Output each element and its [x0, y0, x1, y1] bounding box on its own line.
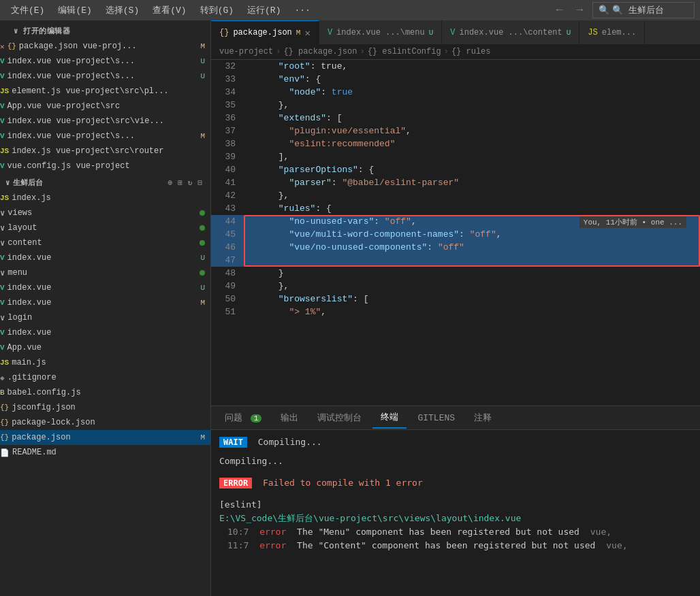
- tree-item-name: .gitignore: [7, 373, 57, 382]
- tree-item-jsconfig[interactable]: {} jsconfig.json: [0, 400, 210, 415]
- tree-item-name: content: [7, 238, 42, 248]
- tree-item-layout-indexvue[interactable]: V index.vue M: [0, 295, 210, 310]
- open-file-8[interactable]: V vue.config.js vue-project: [0, 159, 210, 173]
- open-file-5[interactable]: V index.vue vue-project\src\vie...: [0, 114, 210, 129]
- line-content: "root": true,: [244, 60, 700, 73]
- code-line-48[interactable]: 48 }: [211, 267, 700, 280]
- tab-terminal[interactable]: 终端: [372, 407, 407, 429]
- tree-item-package-lock[interactable]: {} package-lock.json: [0, 415, 210, 430]
- menu-view[interactable]: 查看(V): [147, 3, 191, 18]
- refresh-icon[interactable]: ↻: [188, 178, 193, 187]
- code-line-32[interactable]: 32 "root": true,: [211, 60, 700, 73]
- open-editors-label: ∨ 打开的编辑器: [14, 26, 70, 36]
- line-number: 38: [211, 137, 244, 150]
- tree-item-readme[interactable]: 📄 README.md: [0, 445, 210, 460]
- tree-item-login-indexvue[interactable]: V index.vue: [0, 325, 210, 340]
- code-line-36[interactable]: 36 "extends": [: [211, 112, 700, 125]
- open-file-1[interactable]: V index.vue vue-project\s... U: [0, 54, 210, 69]
- open-file-name: package.json vue-proj...: [19, 42, 137, 51]
- tab-index-content[interactable]: V index.vue ...\content U: [442, 20, 579, 44]
- tree-item-login[interactable]: ∨ login: [0, 310, 210, 325]
- menu-run[interactable]: 运行(R): [242, 3, 286, 18]
- code-line-47[interactable]: 47: [211, 254, 700, 267]
- code-line-46[interactable]: 46 "vue/no-unused-components": "off": [211, 241, 700, 254]
- open-file-6[interactable]: V index.vue vue-project\s... M: [0, 129, 210, 144]
- tab-elem[interactable]: JS elem...: [579, 20, 645, 44]
- code-line-34[interactable]: 34 "node": true: [211, 86, 700, 99]
- tree-item-views[interactable]: ∨ views: [0, 205, 210, 220]
- open-file-4[interactable]: V App.vue vue-project\src: [0, 99, 210, 114]
- file-badge-u: U: [200, 254, 205, 262]
- tab-package-json[interactable]: {} package.json M ✕: [211, 20, 319, 44]
- tree-item-name: babel.config.js: [7, 388, 81, 397]
- code-line-43[interactable]: 43 "rules": {: [211, 202, 700, 215]
- tree-item-name: index.vue: [7, 328, 52, 337]
- code-line-51[interactable]: 51 "> 1%",: [211, 305, 700, 318]
- menu-edit[interactable]: 编辑(E): [52, 3, 97, 18]
- tree-item-babelconfig[interactable]: B babel.config.js: [0, 385, 210, 400]
- open-file-2[interactable]: V index.vue vue-project\s... U: [0, 69, 210, 84]
- nav-back[interactable]: ←: [552, 4, 567, 16]
- code-line-50[interactable]: 50 "browserslist": [: [211, 293, 700, 305]
- open-file-0[interactable]: ✕ {} package.json vue-proj... M: [0, 39, 210, 54]
- tree-item-gitignore[interactable]: ◆ .gitignore: [0, 370, 210, 385]
- tree-item-name: menu: [7, 268, 27, 278]
- tree-item-content[interactable]: ∨ content: [0, 235, 210, 250]
- tree-item-indexjs[interactable]: JS index.js: [0, 191, 210, 205]
- menu-file[interactable]: 文件(E): [5, 3, 50, 18]
- tab-debug-console[interactable]: 调试控制台: [309, 408, 370, 428]
- open-file-name: index.vue vue-project\s...: [7, 131, 135, 141]
- file-badge-m: M: [200, 299, 205, 307]
- search-box[interactable]: 🔍 🔍 生鲜后台: [592, 2, 695, 18]
- tab-comments[interactable]: 注释: [466, 408, 500, 428]
- code-line-39[interactable]: 39 ],: [211, 150, 700, 163]
- terminal-content[interactable]: WAIT Compiling... Compiling... ERROR Fai…: [211, 430, 700, 596]
- code-line-37[interactable]: 37 "plugin:vue/essential",: [211, 125, 700, 137]
- tree-item-layout[interactable]: ∨ layout: [0, 220, 210, 235]
- code-container: 32 "root": true, 33 "env": { 34 "node": …: [211, 60, 700, 318]
- js-icon: JS: [0, 359, 9, 367]
- tree-item-content-indexvue[interactable]: V index.vue U: [0, 250, 210, 265]
- new-file-icon[interactable]: ⊕: [168, 178, 173, 187]
- file-link[interactable]: E:\VS_code\生鲜后台\vue-project\src\views\la…: [219, 513, 521, 523]
- tree-item-package-json[interactable]: {} package.json M: [0, 430, 210, 445]
- tree-item-appvue[interactable]: V App.vue: [0, 340, 210, 355]
- tree-item-mainjs[interactable]: JS main.js: [0, 355, 210, 370]
- vue-icon: V: [0, 57, 5, 65]
- code-line-42[interactable]: 42 },: [211, 189, 700, 202]
- code-line-33[interactable]: 33 "env": {: [211, 73, 700, 86]
- code-line-38[interactable]: 38 "eslint:recommended": [211, 137, 700, 150]
- terminal-file-link-line[interactable]: E:\VS_code\生鲜后台\vue-project\src\views\la…: [219, 512, 692, 525]
- breadcrumb-part-2[interactable]: {} package.json: [283, 47, 357, 56]
- code-line-41[interactable]: 41 "parser": "@babel/eslint-parser": [211, 176, 700, 189]
- breadcrumb-part-4[interactable]: {} rules: [451, 47, 491, 56]
- collapse-icon[interactable]: ⊟: [197, 178, 202, 187]
- open-file-3[interactable]: JS element.js vue-project\src\pl...: [0, 84, 210, 99]
- code-line-45[interactable]: 45 "vue/multi-word-component-names": "of…: [211, 228, 700, 241]
- menu-select[interactable]: 选择(S): [100, 3, 144, 18]
- code-line-40[interactable]: 40 "parserOptions": {: [211, 163, 700, 176]
- open-file-7[interactable]: JS index.js vue-project\src\router: [0, 144, 210, 159]
- tab-close-icon[interactable]: ✕: [304, 27, 310, 39]
- tab-index-menu[interactable]: V index.vue ...\menu U: [319, 20, 442, 44]
- vue-icon: V: [0, 299, 5, 307]
- tab-problems[interactable]: 问题 1: [217, 408, 270, 428]
- breadcrumb-part-1[interactable]: vue-project: [219, 47, 273, 56]
- tab-output[interactable]: 输出: [272, 408, 306, 428]
- tree-item-menu[interactable]: ∨ menu: [0, 265, 210, 280]
- code-line-35[interactable]: 35 },: [211, 99, 700, 112]
- tab-gitlens[interactable]: GITLENS: [409, 409, 463, 427]
- open-editors-title[interactable]: ∨ 打开的编辑器: [0, 20, 210, 39]
- menu-goto[interactable]: 转到(G): [195, 3, 239, 18]
- code-line-49[interactable]: 49 },: [211, 280, 700, 293]
- new-folder-icon[interactable]: ⊞: [178, 178, 182, 187]
- code-editor[interactable]: 32 "root": true, 33 "env": { 34 "node": …: [211, 60, 700, 405]
- nav-forward[interactable]: →: [572, 4, 587, 16]
- tab-badge: M: [296, 29, 301, 37]
- file-badge-u: U: [200, 57, 205, 65]
- eslint-label: [eslint]: [219, 499, 262, 510]
- tree-item-menu-indexvue[interactable]: V index.vue U: [0, 280, 210, 295]
- code-line-44[interactable]: 44 "no-unused-vars": "off", You, 11小时前 •…: [211, 215, 700, 228]
- menu-more[interactable]: ···: [289, 4, 315, 17]
- breadcrumb-part-3[interactable]: {} eslintConfig: [368, 47, 441, 56]
